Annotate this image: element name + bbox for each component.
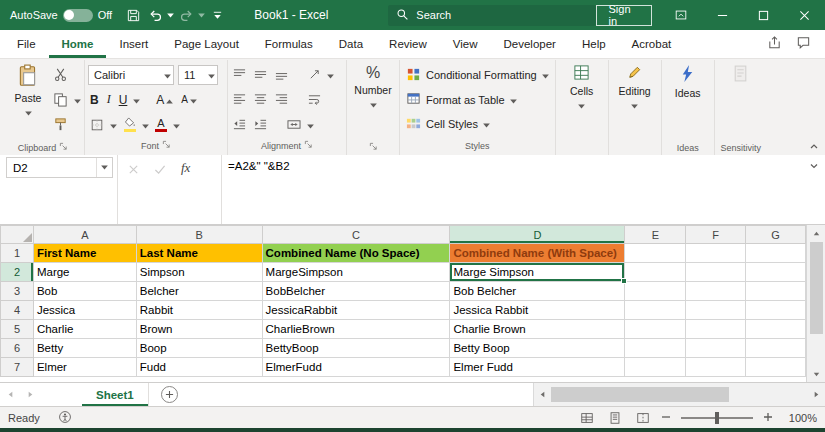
row-header-4[interactable]: 4	[1, 301, 34, 320]
align-right-button[interactable]	[273, 90, 290, 110]
autosave-control[interactable]: AutoSave Off	[10, 9, 112, 22]
row-header-3[interactable]: 3	[1, 282, 34, 301]
formula-input[interactable]: =A2&" "&B2	[222, 155, 803, 224]
cell-D5[interactable]: Charlie Brown	[450, 320, 625, 339]
ribbon-tab-view[interactable]: View	[440, 30, 491, 58]
ideas-button[interactable]: Ideas	[665, 60, 711, 99]
alignment-dialog-launcher-icon[interactable]	[304, 140, 313, 151]
row-header-5[interactable]: 5	[1, 320, 34, 339]
format-as-table-dropdown-icon[interactable]	[510, 94, 517, 106]
cell-D3[interactable]: Bob Belcher	[450, 282, 625, 301]
horizontal-scroll-thumb[interactable]	[551, 387, 729, 402]
page-break-view-button[interactable]	[633, 408, 653, 428]
clipboard-dialog-launcher-icon[interactable]	[59, 142, 68, 153]
editing-button[interactable]: Editing	[612, 60, 658, 111]
share-icon[interactable]	[767, 35, 782, 54]
cell-D2[interactable]: Marge Simpson	[450, 263, 625, 282]
decrease-indent-button[interactable]	[231, 115, 248, 135]
cell-G3[interactable]	[746, 282, 806, 301]
cell-B1[interactable]: Last Name	[136, 244, 262, 263]
format-as-table-button[interactable]: Format as Table	[403, 89, 552, 111]
increase-indent-button[interactable]	[252, 115, 269, 135]
zoom-slider[interactable]	[681, 417, 753, 419]
customize-quick-access-toolbar-button[interactable]	[206, 0, 228, 30]
cell-E7[interactable]	[625, 358, 686, 377]
cell-D6[interactable]: Betty Boop	[450, 339, 625, 358]
cell-styles-dropdown-icon[interactable]	[483, 118, 490, 130]
cell-G1[interactable]	[746, 244, 806, 263]
cells-dropdown-icon[interactable]	[578, 99, 585, 111]
paste-dropdown-icon[interactable]	[25, 106, 32, 118]
cell-E5[interactable]	[625, 320, 686, 339]
normal-view-button[interactable]	[577, 408, 597, 428]
zoom-slider-thumb[interactable]	[715, 412, 719, 424]
horizontal-scrollbar[interactable]	[533, 383, 825, 406]
merge-dropdown-icon[interactable]	[307, 119, 314, 131]
format-painter-button[interactable]	[51, 115, 70, 135]
autosave-toggle[interactable]	[63, 9, 93, 22]
merge-center-button[interactable]	[285, 115, 303, 135]
vertical-scroll-thumb[interactable]	[810, 242, 823, 334]
cell-A3[interactable]: Bob	[33, 282, 136, 301]
cell-C3[interactable]: BobBelcher	[262, 282, 450, 301]
font-size-combo[interactable]: 11	[178, 65, 218, 85]
cell-F3[interactable]	[686, 282, 746, 301]
fill-color-dropdown-icon[interactable]	[142, 119, 149, 131]
bold-button[interactable]: B	[88, 90, 101, 110]
cell-C4[interactable]: JessicaRabbit	[262, 301, 450, 320]
formula-bar-expand-icon[interactable]	[803, 155, 825, 170]
sign-in-button[interactable]: Sign in	[596, 5, 653, 26]
next-sheet-icon[interactable]	[20, 383, 40, 406]
align-middle-button[interactable]	[252, 65, 269, 85]
align-top-button[interactable]	[231, 65, 248, 85]
borders-dropdown-icon[interactable]	[110, 119, 117, 131]
cell-G5[interactable]	[746, 320, 806, 339]
cell-D7[interactable]: Elmer Fudd	[450, 358, 625, 377]
conditional-formatting-button[interactable]: Conditional Formatting	[403, 64, 552, 86]
new-sheet-button[interactable]	[161, 386, 178, 403]
cell-E3[interactable]	[625, 282, 686, 301]
number-format-button[interactable]: % Number	[350, 60, 396, 110]
save-button[interactable]	[122, 0, 144, 30]
font-color-button[interactable]: A	[153, 115, 169, 135]
zoom-in-button[interactable]	[763, 412, 773, 423]
cell-B3[interactable]: Belcher	[136, 282, 262, 301]
orientation-dropdown-icon[interactable]	[327, 69, 334, 81]
cell-G7[interactable]	[746, 358, 806, 377]
cell-E1[interactable]	[625, 244, 686, 263]
increase-font-size-button[interactable]: A	[154, 90, 175, 110]
cell-C6[interactable]: BettyBoop	[262, 339, 450, 358]
cell-C5[interactable]: CharlieBrown	[262, 320, 450, 339]
sheet-tab-sheet1[interactable]: Sheet1	[82, 383, 149, 406]
maximize-button[interactable]	[743, 0, 784, 30]
underline-button[interactable]: U	[117, 90, 130, 110]
ribbon-tab-home[interactable]: Home	[49, 30, 107, 58]
fill-color-button[interactable]	[121, 115, 138, 135]
orientation-button[interactable]	[306, 65, 323, 85]
ribbon-tab-data[interactable]: Data	[326, 30, 376, 58]
ribbon-tab-formulas[interactable]: Formulas	[252, 30, 326, 58]
font-name-dropdown-icon[interactable]	[164, 69, 171, 81]
cell-C2[interactable]: MargeSimpson	[262, 263, 450, 282]
column-header-C[interactable]: C	[262, 226, 450, 244]
cancel-icon[interactable]	[128, 161, 139, 179]
cell-E6[interactable]	[625, 339, 686, 358]
cell-A1[interactable]: First Name	[33, 244, 136, 263]
column-header-F[interactable]: F	[686, 226, 746, 244]
ribbon-display-options-button[interactable]	[660, 0, 701, 30]
row-header-6[interactable]: 6	[1, 339, 34, 358]
ribbon-tab-page-layout[interactable]: Page Layout	[161, 30, 252, 58]
cell-A5[interactable]: Charlie	[33, 320, 136, 339]
zoom-level[interactable]: 100%	[781, 412, 817, 424]
cell-G4[interactable]	[746, 301, 806, 320]
previous-sheet-icon[interactable]	[0, 383, 20, 406]
paste-button[interactable]: Paste	[5, 60, 51, 118]
font-size-dropdown-icon[interactable]	[208, 69, 215, 81]
number-dialog-launcher-icon[interactable]	[369, 142, 378, 153]
align-center-button[interactable]	[252, 90, 269, 110]
cell-D1[interactable]: Combined Name (With Space)	[450, 244, 625, 263]
enter-icon[interactable]	[154, 161, 166, 179]
column-header-B[interactable]: B	[136, 226, 262, 244]
cut-button[interactable]	[51, 65, 70, 85]
cell-B5[interactable]: Brown	[136, 320, 262, 339]
